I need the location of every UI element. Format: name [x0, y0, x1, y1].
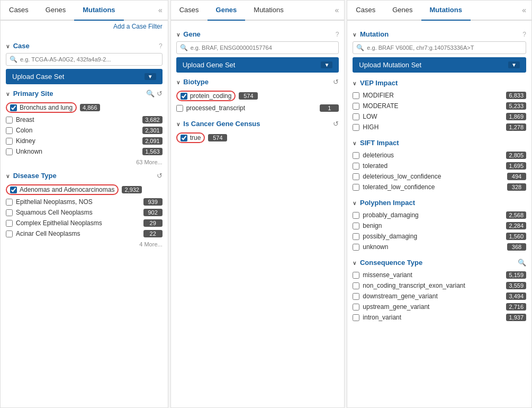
- case-help-icon[interactable]: ?: [159, 42, 163, 50]
- polyphen-benign-count: 2,284: [506, 222, 526, 229]
- polyphen-unknown-checkbox[interactable]: [353, 244, 359, 251]
- polyphen-item-unknown: unknown 368: [353, 242, 526, 252]
- left-tab-mutations[interactable]: Mutations: [74, 1, 123, 21]
- left-collapse-icon[interactable]: «: [153, 1, 168, 20]
- squamous-label: Squamous Cell Neoplasms: [16, 209, 140, 216]
- primary-site-colon-checkbox[interactable]: [6, 127, 13, 134]
- sift-deleterious-checkbox[interactable]: [353, 152, 359, 159]
- sift-title[interactable]: ∨ SIFT Impact: [353, 139, 399, 147]
- gene-help-icon[interactable]: ?: [336, 31, 339, 38]
- consequence-intron-checkbox[interactable]: [353, 314, 359, 321]
- disease-adenomas-checkbox[interactable]: [10, 187, 17, 193]
- left-tab-genes[interactable]: Genes: [37, 1, 74, 21]
- primary-site-breast-checkbox[interactable]: [6, 117, 13, 123]
- right-collapse-icon[interactable]: «: [517, 1, 531, 20]
- unknown-count: 1,563: [142, 148, 163, 155]
- primary-site-item-bronchus: Bronchus and lung 4,866: [6, 101, 163, 114]
- upload-mutation-arrow: ▼: [508, 61, 520, 68]
- biotype-processed-checkbox[interactable]: [176, 105, 183, 112]
- polyphen-title[interactable]: ∨ Polyphen Impact: [353, 199, 415, 207]
- upload-gene-set-label: Upload Gene Set: [183, 61, 236, 69]
- biotype-item-protein-coding: protein_coding 574: [176, 89, 339, 103]
- biotype-refresh-icon[interactable]: ↺: [333, 78, 339, 86]
- sift-del-low-conf-checkbox[interactable]: [353, 173, 359, 180]
- acinar-label: Acinar Cell Neoplasms: [16, 230, 140, 237]
- disease-type-more-link[interactable]: 4 More...: [6, 241, 163, 247]
- vep-high-checkbox[interactable]: [353, 124, 359, 131]
- consequence-upstream-checkbox[interactable]: [353, 304, 359, 311]
- biotype-protein-coding-checkbox[interactable]: [181, 93, 187, 100]
- right-tab-mutations[interactable]: Mutations: [421, 1, 471, 21]
- gene-section-title[interactable]: ∨ Gene: [176, 30, 201, 38]
- primary-site-title[interactable]: ∨ Primary Site: [6, 90, 53, 97]
- disease-acinar-checkbox[interactable]: [6, 230, 13, 237]
- squamous-count: 902: [143, 209, 163, 216]
- gene-search-box: 🔍: [176, 41, 339, 54]
- upload-gene-set-button[interactable]: Upload Gene Set ▼: [176, 57, 339, 73]
- consequence-missense-checkbox[interactable]: [353, 272, 359, 279]
- consequence-chevron: ∨: [353, 260, 356, 266]
- disease-epithelial-checkbox[interactable]: [6, 199, 13, 206]
- disease-type-item-complex: Complex Epithelial Neoplasms 29: [6, 218, 163, 228]
- adenomas-circled: Adenomas and Adenocarcinomas: [6, 184, 119, 195]
- polyphen-prob-damaging-checkbox[interactable]: [353, 212, 359, 219]
- cancer-census-refresh-icon[interactable]: ↺: [333, 120, 339, 128]
- primary-site-more-link[interactable]: 63 More...: [6, 159, 163, 165]
- cancer-census-title[interactable]: ∨ Is Cancer Gene Census: [176, 120, 260, 128]
- primary-site-refresh-icon[interactable]: ↺: [157, 90, 163, 97]
- primary-site-unknown-checkbox[interactable]: [6, 148, 13, 155]
- primary-site-kidney-checkbox[interactable]: [6, 138, 13, 145]
- sift-tol-low-conf-checkbox[interactable]: [353, 184, 359, 191]
- middle-tab-cases[interactable]: Cases: [171, 1, 208, 21]
- case-title-text: Case: [13, 42, 30, 50]
- add-case-filter-link[interactable]: Add a Case Filter: [113, 23, 163, 30]
- right-tab-genes[interactable]: Genes: [384, 1, 421, 21]
- consequence-downstream-count: 3,494: [506, 292, 526, 300]
- sift-chevron: ∨: [353, 140, 356, 146]
- sift-item-del-low-conf: deleterious_low_confidence 494: [353, 171, 526, 182]
- cancer-census-true-checkbox[interactable]: [181, 135, 187, 141]
- upload-mutation-set-button[interactable]: Upload Mutation Set ▼: [353, 57, 526, 73]
- disease-type-refresh-icon[interactable]: ↺: [157, 172, 163, 180]
- gene-search-icon: 🔍: [180, 44, 188, 51]
- polyphen-poss-damaging-checkbox[interactable]: [353, 233, 359, 240]
- consequence-item-missense: missense_variant 5,159: [353, 270, 526, 280]
- right-panel-body: ∨ Mutation ? 🔍 Upload Mutation Set ▼ ∨ V…: [347, 21, 531, 407]
- mutation-section-title[interactable]: ∨ Mutation: [353, 30, 389, 38]
- disease-type-title[interactable]: ∨ Disease Type: [6, 172, 57, 180]
- middle-tab-mutations[interactable]: Mutations: [245, 1, 292, 21]
- consequence-intron-label: intron_variant: [363, 314, 503, 321]
- middle-collapse-icon[interactable]: «: [330, 1, 345, 20]
- case-section-title[interactable]: ∨ Case: [6, 42, 30, 50]
- consequence-downstream-checkbox[interactable]: [353, 293, 359, 300]
- biotype-title-text: Biotype: [183, 78, 209, 86]
- disease-complex-checkbox[interactable]: [6, 220, 13, 227]
- case-search-input[interactable]: [20, 56, 159, 63]
- middle-tab-genes[interactable]: Genes: [208, 1, 246, 21]
- vep-modifier-checkbox[interactable]: [353, 92, 359, 99]
- right-tab-bar: Cases Genes Mutations «: [347, 1, 531, 21]
- gene-search-input[interactable]: [191, 45, 336, 51]
- primary-site-search-icon[interactable]: 🔍: [146, 90, 155, 97]
- left-tab-cases[interactable]: Cases: [1, 1, 37, 21]
- consequence-title[interactable]: ∨ Consequence Type: [353, 259, 422, 267]
- primary-site-bronchus-checkbox[interactable]: [10, 104, 17, 111]
- disease-squamous-checkbox[interactable]: [6, 209, 13, 216]
- consequence-non-coding-checkbox[interactable]: [353, 282, 359, 289]
- upload-case-set-button[interactable]: Upload Case Set ▼: [6, 69, 163, 84]
- polyphen-title-text: Polyphen Impact: [360, 199, 415, 207]
- case-search-icon: 🔍: [10, 56, 17, 63]
- polyphen-benign-checkbox[interactable]: [353, 223, 359, 229]
- sift-tolerated-checkbox[interactable]: [353, 163, 359, 170]
- mutation-search-input[interactable]: [367, 45, 522, 51]
- right-tab-cases[interactable]: Cases: [347, 1, 384, 21]
- polyphen-section-header: ∨ Polyphen Impact: [353, 199, 526, 207]
- mutation-help-icon[interactable]: ?: [522, 31, 526, 38]
- vep-moderate-checkbox[interactable]: [353, 103, 359, 110]
- biotype-title[interactable]: ∨ Biotype: [176, 78, 209, 86]
- disease-type-item-squamous: Squamous Cell Neoplasms 902: [6, 207, 163, 218]
- vep-low-checkbox[interactable]: [353, 113, 359, 120]
- middle-tab-bar: Cases Genes Mutations «: [171, 1, 345, 21]
- consequence-search-icon[interactable]: 🔍: [518, 259, 526, 267]
- vep-title[interactable]: ∨ VEP Impact: [353, 79, 398, 87]
